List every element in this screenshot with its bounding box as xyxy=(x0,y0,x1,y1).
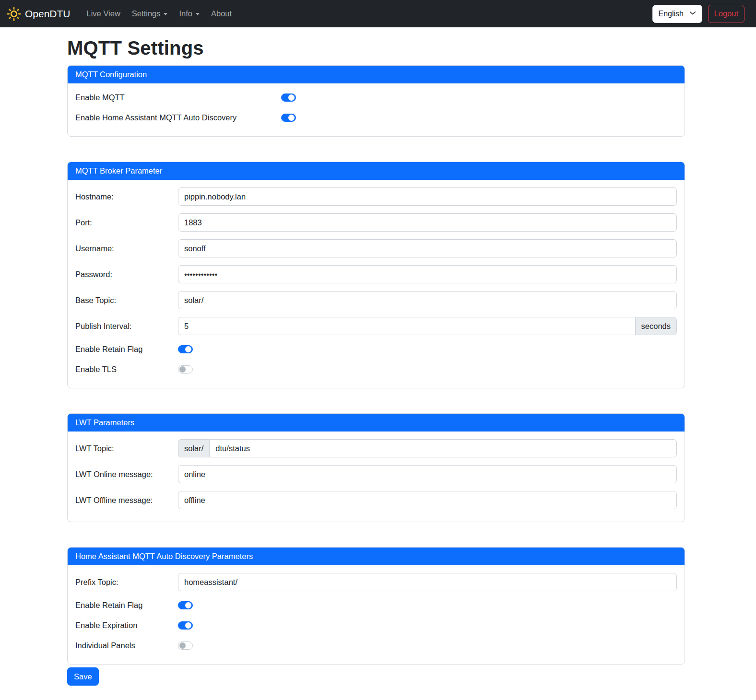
retain-flag-toggle[interactable] xyxy=(178,345,193,353)
username-field[interactable] xyxy=(178,239,677,257)
lwt-topic-row: LWT Topic: solar/ xyxy=(75,439,677,457)
brand-label: OpenDTU xyxy=(25,8,71,20)
base-topic-field[interactable] xyxy=(178,291,677,309)
top-navbar: OpenDTU Live View Settings Info About En… xyxy=(0,0,756,27)
nav-item-label: Live View xyxy=(87,9,120,18)
brand[interactable]: OpenDTU xyxy=(7,7,71,21)
mqtt-broker-card: MQTT Broker Parameter Hostname: Port: Us… xyxy=(67,162,685,388)
enable-mqtt-toggle[interactable] xyxy=(281,93,296,102)
port-row: Port: xyxy=(75,213,677,232)
hostname-row: Hostname: xyxy=(75,187,677,206)
tls-row: Enable TLS xyxy=(75,363,677,375)
password-row: Password: xyxy=(75,265,677,283)
save-button[interactable]: Save xyxy=(67,667,99,686)
publish-interval-label: Publish Interval: xyxy=(75,322,178,331)
expiration-label: Enable Expiration xyxy=(75,621,178,630)
base-topic-row: Base Topic: xyxy=(75,291,677,309)
username-label: Username: xyxy=(75,244,178,253)
individual-panels-row: Individual Panels xyxy=(75,639,677,652)
main-content: MQTT Settings MQTT Configuration Enable … xyxy=(67,37,685,686)
port-field[interactable] xyxy=(178,213,677,232)
sun-icon xyxy=(7,7,21,21)
logout-button[interactable]: Logout xyxy=(708,5,744,23)
lwt-offline-row: LWT Offline message: xyxy=(75,491,677,509)
language-select-value: English xyxy=(659,10,684,18)
lwt-offline-field[interactable] xyxy=(178,491,677,509)
prefix-topic-field[interactable] xyxy=(178,573,677,591)
tls-toggle[interactable] xyxy=(178,365,193,373)
tls-label: Enable TLS xyxy=(75,365,178,374)
lwt-parameters-card: LWT Parameters LWT Topic: solar/ LWT Onl… xyxy=(67,413,685,522)
password-label: Password: xyxy=(75,270,178,279)
port-label: Port: xyxy=(75,218,178,227)
hass-retain-row: Enable Retain Flag xyxy=(75,599,677,611)
page-title: MQTT Settings xyxy=(67,37,685,59)
expiration-row: Enable Expiration xyxy=(75,619,677,631)
nav-item-settings[interactable]: Settings xyxy=(128,5,172,22)
mqtt-configuration-card: MQTT Configuration Enable MQTT Enable Ho… xyxy=(67,65,685,137)
lwt-topic-label: LWT Topic: xyxy=(75,444,178,453)
lwt-online-field[interactable] xyxy=(178,465,677,483)
retain-flag-label: Enable Retain Flag xyxy=(75,345,178,354)
nav-item-label: About xyxy=(211,9,232,18)
caret-down-icon xyxy=(196,13,200,15)
lwt-topic-field[interactable] xyxy=(209,439,677,457)
enable-hass-discovery-label: Enable Home Assistant MQTT Auto Discover… xyxy=(75,113,281,122)
hass-discovery-card: Home Assistant MQTT Auto Discovery Param… xyxy=(67,547,685,665)
enable-mqtt-label: Enable MQTT xyxy=(75,93,281,102)
individual-panels-label: Individual Panels xyxy=(75,641,178,650)
publish-interval-row: Publish Interval: seconds xyxy=(75,317,677,335)
nav-item-info[interactable]: Info xyxy=(175,5,203,22)
password-field[interactable] xyxy=(178,265,677,283)
nav-links: Live View Settings Info About xyxy=(83,5,236,22)
lwt-online-label: LWT Online message: xyxy=(75,470,178,479)
enable-mqtt-row: Enable MQTT xyxy=(75,91,677,104)
publish-interval-unit: seconds xyxy=(636,317,677,335)
nav-item-live-view[interactable]: Live View xyxy=(83,5,124,22)
enable-hass-discovery-toggle[interactable] xyxy=(281,114,296,122)
publish-interval-field[interactable] xyxy=(178,317,636,335)
card-header: MQTT Broker Parameter xyxy=(68,162,685,180)
card-header: LWT Parameters xyxy=(68,414,685,432)
enable-hass-discovery-row: Enable Home Assistant MQTT Auto Discover… xyxy=(75,111,677,124)
hostname-field[interactable] xyxy=(178,187,677,206)
nav-item-label: Settings xyxy=(132,9,161,18)
language-select[interactable]: English xyxy=(652,5,702,23)
base-topic-label: Base Topic: xyxy=(75,296,178,305)
hass-retain-label: Enable Retain Flag xyxy=(75,601,178,610)
retain-flag-row: Enable Retain Flag xyxy=(75,343,677,355)
card-header: Home Assistant MQTT Auto Discovery Param… xyxy=(68,548,685,565)
card-header: MQTT Configuration xyxy=(68,66,685,83)
lwt-topic-prefix: solar/ xyxy=(178,439,209,457)
nav-item-label: Info xyxy=(179,9,192,18)
hass-retain-toggle[interactable] xyxy=(178,601,193,609)
navbar-right: English Logout xyxy=(652,5,744,23)
chevron-down-icon xyxy=(689,10,696,18)
prefix-topic-row: Prefix Topic: xyxy=(75,573,677,591)
nav-item-about[interactable]: About xyxy=(207,5,236,22)
lwt-online-row: LWT Online message: xyxy=(75,465,677,483)
lwt-offline-label: LWT Offline message: xyxy=(75,496,178,505)
individual-panels-toggle[interactable] xyxy=(178,642,193,650)
prefix-topic-label: Prefix Topic: xyxy=(75,578,178,587)
hostname-label: Hostname: xyxy=(75,192,178,201)
expiration-toggle[interactable] xyxy=(178,621,193,630)
caret-down-icon xyxy=(164,13,167,15)
username-row: Username: xyxy=(75,239,677,257)
